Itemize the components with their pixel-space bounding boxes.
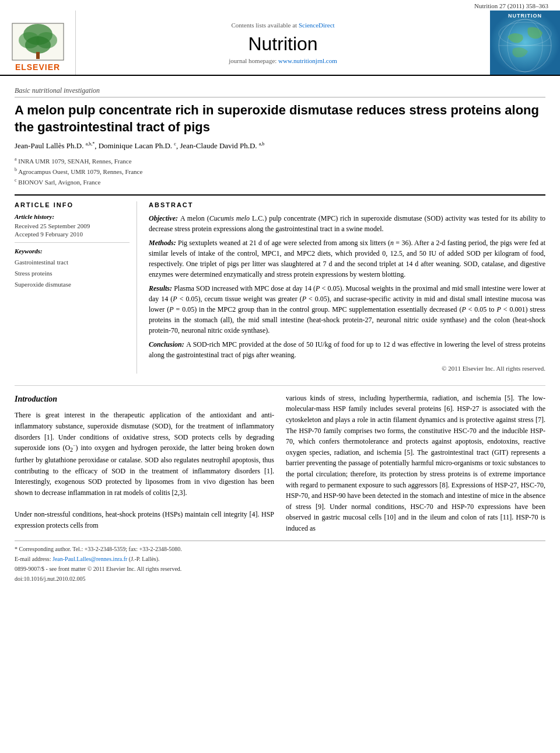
authors-line: Jean-Paul Lallès Ph.D. a,b,*, Dominique … (15, 141, 545, 151)
results-text: Plasma SOD increased with MPC dose at da… (149, 284, 545, 334)
author-email-link[interactable]: Jean-Paul.Lalles@rennes.inra.fr (52, 556, 127, 562)
svg-rect-7 (490, 11, 560, 75)
footnote-1: * Corresponding author. Tel.: +33-2-2348… (15, 545, 545, 553)
elsevier-logo: ELSEVIER (0, 11, 76, 75)
methods-text: Pig sextuplets weaned at 21 d of age wer… (149, 239, 545, 278)
journal-title-display: Nutrition (248, 33, 317, 55)
accepted-date: Accepted 9 February 2010 (15, 231, 130, 238)
journal-header: Nutrition 27 (2011) 358–363 ELSEVIER (0, 0, 560, 76)
svg-text:NUTRITION: NUTRITION (508, 13, 542, 19)
svg-point-4 (25, 36, 51, 54)
keywords-list: Gastrointestinal tract Stress proteins S… (15, 257, 130, 290)
intro-paragraph-1: There is great interest in the therapeut… (15, 410, 274, 498)
methods-label: Methods: (149, 239, 178, 247)
footnote-email: E-mail address: Jean-Paul.Lalles@rennes.… (15, 555, 545, 563)
sciencedirect-link[interactable]: ScienceDirect (299, 22, 335, 29)
page-wrapper: Nutrition 27 (2011) 358–363 ELSEVIER (0, 0, 560, 590)
article-info-title: ARTICLE INFO (15, 201, 130, 208)
elsevier-wordmark: ELSEVIER (15, 62, 60, 72)
svg-rect-5 (36, 52, 40, 59)
conclusion-section: Conclusion: A SOD-rich MPC provided at t… (149, 339, 545, 360)
keywords-label: Keywords: (15, 247, 130, 255)
objective-section: Objective: A melon (Cucumis melo L.C.) p… (149, 213, 545, 234)
footnote-copyright: 0899-9007/$ - see front matter © 2011 El… (15, 564, 545, 573)
affiliation-a: a INRA UMR 1079, SENAH, Rennes, France (15, 156, 545, 166)
conclusion-text: A SOD-rich MPC provided at the dose of 5… (149, 340, 545, 359)
article-info-abstract-section: ARTICLE INFO Article history: Received 2… (15, 194, 545, 374)
article-section-label: Basic nutritional investigation (15, 86, 545, 97)
affiliation-c: c BIONOV Sarl, Avignon, France (15, 177, 545, 187)
intro-col-right: various kinds of stress, including hyper… (286, 393, 545, 534)
conclusion-label: Conclusion: (149, 340, 186, 348)
body-two-col: Introduction There is great interest in … (15, 393, 545, 534)
results-label: Results: (149, 284, 174, 292)
footnote-doi: doi:10.1016/j.nut.2010.02.005 (15, 574, 545, 583)
footnotes-area: * Corresponding author. Tel.: +33-2-2348… (15, 541, 545, 583)
intro-col-left: Introduction There is great interest in … (15, 393, 274, 534)
article-title: A melon pulp concentrate rich in superox… (15, 102, 545, 135)
cover-art-icon: NUTRITION (490, 11, 560, 75)
copyright-line: © 2011 Elsevier Inc. All rights reserved… (149, 364, 545, 374)
keyword-3: Superoxide dismutase (15, 279, 130, 290)
keyword-2: Stress proteins (15, 268, 130, 279)
intro-heading: Introduction (15, 393, 274, 406)
keyword-1: Gastrointestinal tract (15, 257, 130, 268)
contents-line: Contents lists available at ScienceDirec… (231, 22, 334, 29)
intro-paragraph-3: various kinds of stress, including hyper… (286, 393, 545, 534)
nutrition-cover-image: NUTRITION (490, 11, 560, 75)
body-content: Introduction There is great interest in … (15, 385, 545, 584)
journal-citation: Nutrition 27 (2011) 358–363 (0, 0, 560, 11)
objective-label: Objective: (149, 214, 180, 222)
abstract-text: Objective: A melon (Cucumis melo L.C.) p… (149, 213, 545, 374)
journal-center: Contents lists available at ScienceDirec… (76, 11, 490, 75)
header-row: ELSEVIER Contents lists available at Sci… (0, 11, 560, 75)
results-section: Results: Plasma SOD increased with MPC d… (149, 283, 545, 336)
methods-section: Methods: Pig sextuplets weaned at 21 d o… (149, 238, 545, 280)
journal-homepage-link[interactable]: www.nutritionjrnl.com (278, 57, 337, 64)
article-history-label: Article history: (15, 213, 130, 220)
elsevier-tree-icon (12, 23, 64, 61)
objective-text: A melon (Cucumis melo L.C.) pulp concent… (149, 214, 545, 233)
journal-homepage: journal homepage: www.nutritionjrnl.com (229, 57, 337, 64)
affiliations: a INRA UMR 1079, SENAH, Rennes, France b… (15, 156, 545, 188)
affiliation-b: b Agrocampus Ouest, UMR 1079, Rennes, Fr… (15, 166, 545, 177)
divider (15, 242, 130, 243)
article-content: Basic nutritional investigation A melon … (0, 81, 560, 590)
article-info-column: ARTICLE INFO Article history: Received 2… (15, 201, 137, 374)
intro-paragraph-2: Under non-stressful conditions, heat-sho… (15, 509, 274, 531)
abstract-column: ABSTRACT Objective: A melon (Cucumis mel… (149, 201, 545, 374)
received-date: Received 25 September 2009 (15, 222, 130, 229)
abstract-title: ABSTRACT (149, 201, 545, 208)
